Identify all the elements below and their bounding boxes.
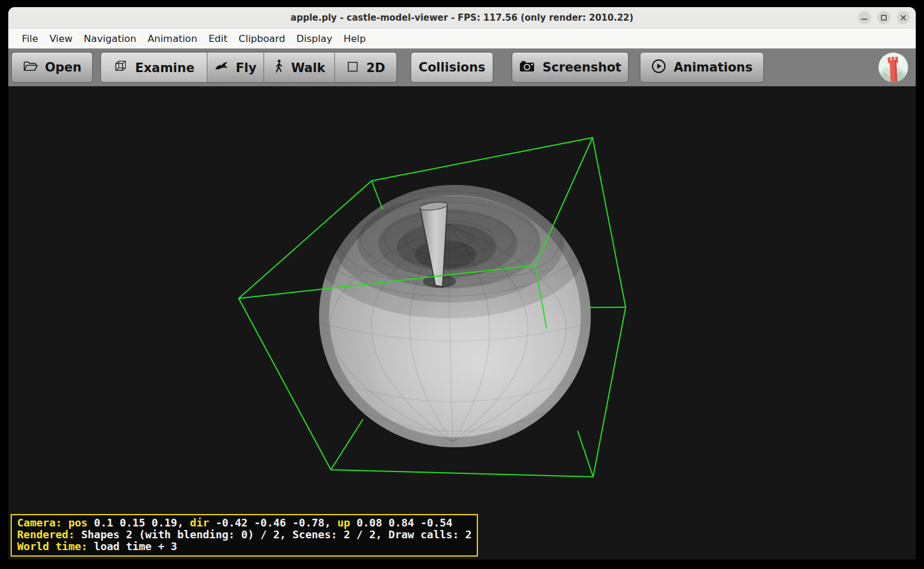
apple-model	[310, 171, 593, 447]
fly-mode-button[interactable]: Fly	[207, 53, 264, 83]
window-title: apple.ply - castle-model-viewer - FPS: 1…	[291, 12, 633, 23]
rendered-status-line: Rendered: Shapes 2 (with blending: 0) / …	[17, 529, 471, 541]
title-bar[interactable]: apple.ply - castle-model-viewer - FPS: 1…	[8, 7, 916, 28]
maximize-icon	[880, 14, 887, 21]
navigation-mode-group: Examine Fly Walk	[100, 52, 397, 83]
square-icon	[346, 60, 359, 76]
camera-icon	[519, 59, 535, 76]
animations-button-label: Animations	[674, 60, 753, 74]
maximize-button[interactable]	[877, 11, 890, 24]
collisions-button-label: Collisions	[418, 60, 485, 74]
examine-mode-button[interactable]: Examine	[101, 53, 207, 83]
open-button-label: Open	[45, 60, 82, 74]
open-button[interactable]: Open	[11, 52, 93, 83]
menu-navigation[interactable]: Navigation	[84, 33, 136, 44]
fly-button-label: Fly	[236, 61, 256, 75]
cube-icon	[113, 59, 128, 77]
walk-button-label: Walk	[291, 61, 326, 75]
open-folder-icon	[22, 60, 38, 76]
menu-file[interactable]: File	[22, 33, 38, 44]
walking-person-icon	[274, 59, 284, 77]
close-icon	[900, 14, 907, 21]
menu-clipboard[interactable]: Clipboard	[239, 33, 285, 44]
camera-status-line: Camera: pos 0.1 0.15 0.19, dir -0.42 -0.…	[17, 517, 471, 529]
bird-icon	[214, 61, 229, 76]
collisions-toggle-button[interactable]: Collisions	[411, 52, 493, 83]
menu-animation[interactable]: Animation	[148, 33, 197, 44]
screenshot-button[interactable]: Screenshot	[512, 52, 629, 83]
screenshot-button-label: Screenshot	[542, 60, 621, 74]
3d-viewport[interactable]: Camera: pos 0.1 0.15 0.19, dir -0.42 -0.…	[8, 86, 916, 560]
window-controls	[858, 7, 910, 28]
examine-button-label: Examine	[135, 61, 194, 75]
2d-mode-button[interactable]: 2D	[335, 53, 396, 83]
2d-button-label: 2D	[366, 61, 385, 75]
app-window: apple.ply - castle-model-viewer - FPS: 1…	[8, 7, 916, 560]
menu-edit[interactable]: Edit	[209, 33, 227, 44]
animations-button[interactable]: Animations	[640, 52, 764, 83]
status-overlay: Camera: pos 0.1 0.15 0.19, dir -0.42 -0.…	[11, 514, 478, 557]
minimize-button[interactable]	[858, 11, 871, 24]
menu-display[interactable]: Display	[297, 33, 333, 44]
close-button[interactable]	[897, 11, 910, 24]
menu-help[interactable]: Help	[344, 33, 366, 44]
castle-game-engine-logo	[879, 53, 908, 82]
minimize-icon	[861, 14, 868, 21]
walk-mode-button[interactable]: Walk	[264, 53, 335, 83]
rendered-scene	[8, 86, 916, 560]
menu-view[interactable]: View	[50, 33, 73, 44]
menu-bar: File View Navigation Animation Edit Clip…	[8, 28, 916, 48]
play-circle-icon	[651, 58, 666, 77]
toolbar: Open Examine F	[8, 48, 916, 86]
world-time-status-line: World time: load time + 3	[17, 541, 471, 552]
